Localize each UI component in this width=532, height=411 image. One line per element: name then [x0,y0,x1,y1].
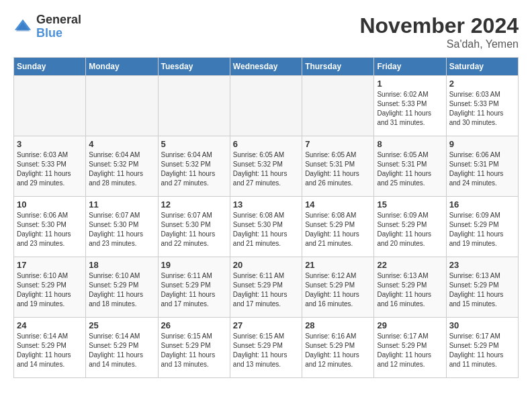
day-detail: Sunrise: 6:14 AM Sunset: 5:29 PM Dayligh… [17,332,83,369]
calendar-cell: 4Sunrise: 6:04 AM Sunset: 5:32 PM Daylig… [86,136,158,197]
calendar-header-row: SundayMondayTuesdayWednesdayThursdayFrid… [14,58,519,76]
day-number: 27 [233,320,299,330]
calendar-cell: 28Sunrise: 6:16 AM Sunset: 5:29 PM Dayli… [302,318,374,378]
calendar-cell: 3Sunrise: 6:03 AM Sunset: 5:33 PM Daylig… [14,136,86,197]
calendar-cell: 17Sunrise: 6:10 AM Sunset: 5:29 PM Dayli… [14,257,86,318]
calendar-cell: 18Sunrise: 6:10 AM Sunset: 5:29 PM Dayli… [86,257,158,318]
calendar-cell: 12Sunrise: 6:07 AM Sunset: 5:30 PM Dayli… [158,197,230,257]
title-block: November 2024 Sa'dah, Yemen [359,13,519,50]
calendar-cell: 19Sunrise: 6:11 AM Sunset: 5:29 PM Dayli… [158,257,230,318]
day-number: 21 [305,260,371,270]
day-detail: Sunrise: 6:15 AM Sunset: 5:29 PM Dayligh… [233,332,299,369]
location-text: Sa'dah, Yemen [359,38,519,50]
calendar-cell: 25Sunrise: 6:14 AM Sunset: 5:29 PM Dayli… [86,318,158,378]
calendar-cell: 20Sunrise: 6:11 AM Sunset: 5:29 PM Dayli… [230,257,302,318]
day-number: 20 [233,260,299,270]
day-number: 15 [377,199,443,210]
day-number: 24 [17,320,83,330]
day-number: 18 [89,260,154,270]
calendar-week-row: 24Sunrise: 6:14 AM Sunset: 5:29 PM Dayli… [14,318,519,378]
calendar-cell: 9Sunrise: 6:06 AM Sunset: 5:31 PM Daylig… [446,136,518,197]
day-number: 9 [449,139,515,149]
day-detail: Sunrise: 6:14 AM Sunset: 5:29 PM Dayligh… [89,332,154,369]
day-number: 26 [161,320,227,330]
calendar-week-row: 3Sunrise: 6:03 AM Sunset: 5:33 PM Daylig… [14,136,519,197]
calendar-cell: 27Sunrise: 6:15 AM Sunset: 5:29 PM Dayli… [230,318,302,378]
calendar-cell: 15Sunrise: 6:09 AM Sunset: 5:29 PM Dayli… [374,197,446,257]
day-detail: Sunrise: 6:08 AM Sunset: 5:30 PM Dayligh… [233,211,299,248]
day-number: 1 [377,79,443,89]
day-number: 25 [89,320,154,330]
calendar-cell: 23Sunrise: 6:13 AM Sunset: 5:29 PM Dayli… [446,257,518,318]
weekday-header: Monday [86,58,158,76]
calendar-week-row: 1Sunrise: 6:02 AM Sunset: 5:33 PM Daylig… [14,76,519,136]
logo-icon [13,17,32,36]
day-detail: Sunrise: 6:07 AM Sunset: 5:30 PM Dayligh… [89,211,154,248]
day-number: 8 [377,139,443,149]
page-header: General Blue November 2024 Sa'dah, Yemen [13,13,519,50]
day-number: 16 [449,199,515,210]
weekday-header: Saturday [446,58,518,76]
day-number: 13 [233,199,299,210]
logo: General Blue [13,13,81,40]
weekday-header: Tuesday [158,58,230,76]
calendar-cell [302,76,374,136]
calendar-cell [230,76,302,136]
day-number: 23 [449,260,515,270]
day-number: 4 [89,139,154,149]
calendar-table: SundayMondayTuesdayWednesdayThursdayFrid… [13,57,519,378]
day-detail: Sunrise: 6:06 AM Sunset: 5:30 PM Dayligh… [17,211,83,248]
calendar-cell: 11Sunrise: 6:07 AM Sunset: 5:30 PM Dayli… [86,197,158,257]
day-detail: Sunrise: 6:09 AM Sunset: 5:29 PM Dayligh… [449,211,515,248]
day-detail: Sunrise: 6:13 AM Sunset: 5:29 PM Dayligh… [449,271,515,309]
day-detail: Sunrise: 6:12 AM Sunset: 5:29 PM Dayligh… [305,271,371,309]
day-detail: Sunrise: 6:03 AM Sunset: 5:33 PM Dayligh… [449,90,515,128]
calendar-week-row: 17Sunrise: 6:10 AM Sunset: 5:29 PM Dayli… [14,257,519,318]
day-detail: Sunrise: 6:05 AM Sunset: 5:31 PM Dayligh… [305,150,371,188]
day-number: 30 [449,320,515,330]
day-detail: Sunrise: 6:15 AM Sunset: 5:29 PM Dayligh… [161,332,227,369]
calendar-cell: 1Sunrise: 6:02 AM Sunset: 5:33 PM Daylig… [374,76,446,136]
logo-general-text: General [36,13,81,26]
day-number: 3 [17,139,83,149]
day-number: 17 [17,260,83,270]
calendar-cell: 6Sunrise: 6:05 AM Sunset: 5:32 PM Daylig… [230,136,302,197]
calendar-cell: 10Sunrise: 6:06 AM Sunset: 5:30 PM Dayli… [14,197,86,257]
day-number: 5 [161,139,227,149]
day-detail: Sunrise: 6:16 AM Sunset: 5:29 PM Dayligh… [305,332,371,369]
calendar-week-row: 10Sunrise: 6:06 AM Sunset: 5:30 PM Dayli… [14,197,519,257]
day-number: 7 [305,139,371,149]
day-detail: Sunrise: 6:06 AM Sunset: 5:31 PM Dayligh… [449,150,515,188]
day-number: 12 [161,199,227,210]
calendar-cell: 5Sunrise: 6:04 AM Sunset: 5:32 PM Daylig… [158,136,230,197]
calendar-cell [86,76,158,136]
day-number: 14 [305,199,371,210]
calendar-cell: 2Sunrise: 6:03 AM Sunset: 5:33 PM Daylig… [446,76,518,136]
weekday-header: Friday [374,58,446,76]
day-number: 11 [89,199,154,210]
weekday-header: Wednesday [230,58,302,76]
day-detail: Sunrise: 6:11 AM Sunset: 5:29 PM Dayligh… [161,271,227,309]
calendar-cell: 21Sunrise: 6:12 AM Sunset: 5:29 PM Dayli… [302,257,374,318]
day-detail: Sunrise: 6:10 AM Sunset: 5:29 PM Dayligh… [89,271,154,309]
day-number: 10 [17,199,83,210]
day-number: 2 [449,79,515,89]
calendar-cell: 13Sunrise: 6:08 AM Sunset: 5:30 PM Dayli… [230,197,302,257]
day-detail: Sunrise: 6:04 AM Sunset: 5:32 PM Dayligh… [89,150,154,188]
calendar-cell: 26Sunrise: 6:15 AM Sunset: 5:29 PM Dayli… [158,318,230,378]
weekday-header: Sunday [14,58,86,76]
day-detail: Sunrise: 6:04 AM Sunset: 5:32 PM Dayligh… [161,150,227,188]
calendar-cell [158,76,230,136]
calendar-cell: 22Sunrise: 6:13 AM Sunset: 5:29 PM Dayli… [374,257,446,318]
logo-blue-text: Blue [36,26,62,40]
day-detail: Sunrise: 6:03 AM Sunset: 5:33 PM Dayligh… [17,150,83,188]
day-detail: Sunrise: 6:07 AM Sunset: 5:30 PM Dayligh… [161,211,227,248]
month-title: November 2024 [359,13,519,38]
day-number: 28 [305,320,371,330]
day-detail: Sunrise: 6:09 AM Sunset: 5:29 PM Dayligh… [377,211,443,248]
calendar-cell: 7Sunrise: 6:05 AM Sunset: 5:31 PM Daylig… [302,136,374,197]
day-number: 6 [233,139,299,149]
calendar-cell: 16Sunrise: 6:09 AM Sunset: 5:29 PM Dayli… [446,197,518,257]
day-number: 19 [161,260,227,270]
day-detail: Sunrise: 6:17 AM Sunset: 5:29 PM Dayligh… [377,332,443,369]
